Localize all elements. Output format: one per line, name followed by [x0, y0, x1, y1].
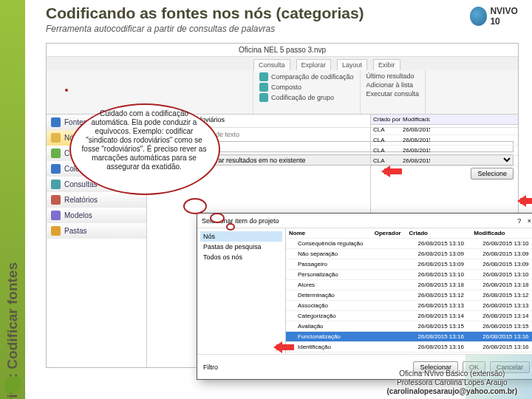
- node-icon: [51, 133, 61, 143]
- folder-icon: [51, 117, 61, 127]
- report-icon: [51, 195, 61, 205]
- table-row[interactable]: CLA26/08/2015 13:14: [371, 156, 518, 166]
- nav-item-modelos[interactable]: Modelos: [47, 208, 146, 223]
- slide-title: Codificando as fontes nos nós (categoria…: [46, 4, 525, 22]
- logo-text: NVIVO 10: [490, 6, 526, 27]
- table-row[interactable]: CLA26/08/2015 13:14: [371, 135, 518, 146]
- collection-icon: [51, 164, 61, 174]
- ribbon-tab[interactable]: Exibir: [373, 59, 400, 70]
- table-row[interactable]: CLA26/08/2015 13:14: [371, 125, 518, 135]
- dialog-nav-item[interactable]: Pastas de pesquisa: [200, 242, 282, 252]
- window-titlebar: Oficina NEL 5 passo 3.nvp: [47, 44, 518, 57]
- footer-line: Professora Carolina Lopes Araujo: [387, 378, 517, 387]
- ribbon-group-actions: Último resultado Adicionar à lista Execu…: [361, 70, 426, 114]
- col-created: Criado: [406, 228, 471, 239]
- dialog-list[interactable]: Nome Operador Criado Modificado Consequê…: [286, 228, 532, 354]
- model-icon: [51, 211, 61, 220]
- ribbon-item[interactable]: Composto: [259, 83, 354, 92]
- dialog-row[interactable]: Identificação26/08/2015 13:1626/08/2015 …: [286, 342, 532, 352]
- dialog-row[interactable]: Personalização26/08/2015 13:1026/08/2015…: [286, 270, 532, 280]
- nav-item-pastas[interactable]: Pastas: [47, 223, 146, 239]
- dialog-row[interactable]: Funcionalização26/08/2015 13:1626/08/201…: [286, 332, 532, 342]
- arrow-indicator-icon: [267, 341, 294, 353]
- leaf-icon: [4, 377, 21, 393]
- class-icon: [51, 149, 61, 158]
- close-icon[interactable]: ×: [528, 217, 531, 225]
- ribbon-item[interactable]: Codificação de grupo: [259, 93, 354, 102]
- dialog-nav: Nós Pastas de pesquisa Todos os nós: [197, 228, 286, 354]
- dialog-row[interactable]: Determinação26/08/2015 13:1226/08/2015 1…: [286, 290, 532, 301]
- slide-sidebar: Nvivo: Codificar fontes: [0, 0, 25, 399]
- ribbon-item[interactable]: Adicionar à lista: [366, 81, 420, 89]
- ribbon-item[interactable]: Executar consulta: [366, 90, 420, 98]
- slide-header: Codificando as fontes nos nós (categoria…: [25, 0, 532, 37]
- folder2-icon: [51, 226, 61, 236]
- col-mod: Modificado: [471, 228, 532, 239]
- dialog-row[interactable]: Não separação26/08/2015 13:0926/08/2015 …: [286, 249, 532, 259]
- dialog-row[interactable]: Passageiro26/08/2015 13:0926/08/2015 13:…: [286, 259, 532, 270]
- ribbon-tab[interactable]: Consulta: [253, 59, 290, 70]
- nvivo-logo: NVIVO 10: [470, 4, 526, 28]
- ribbon-tab[interactable]: Layout: [337, 59, 367, 70]
- dialog-row[interactable]: Avaliação26/08/2015 13:1526/08/2015 13:1…: [286, 321, 532, 332]
- footer-email: (carolinalopesaraujo@yahoo.com.br): [387, 387, 517, 396]
- slide-content: Codificando as fontes nos nós (categoria…: [25, 0, 532, 399]
- footer-line: Oficina NVivo Básico (extensão): [387, 369, 517, 378]
- dialog-row[interactable]: Consequência regulação26/08/2015 13:1026…: [286, 239, 532, 249]
- dialog-nav-item[interactable]: Todos os nós: [200, 252, 282, 262]
- arrow-indicator-icon: [511, 195, 532, 207]
- filter-label: Filtro: [203, 364, 218, 371]
- col-name: Nome: [286, 228, 372, 239]
- ribbon-group-query: Comparação de codificação Composto Codif…: [253, 70, 361, 114]
- dialog-nav-item[interactable]: Nós: [200, 231, 282, 242]
- compare-icon: [259, 72, 268, 81]
- nav-label: Modelos: [64, 211, 92, 219]
- dialog-row[interactable]: Atores26/08/2015 13:1826/08/2015 13:18: [286, 280, 532, 290]
- help-icon[interactable]: ?: [517, 217, 521, 225]
- group-coding-icon: [259, 93, 268, 102]
- nav-label: Pastas: [64, 227, 87, 235]
- dialog-row[interactable]: Associação26/08/2015 13:1326/08/2015 13:…: [286, 301, 532, 311]
- table-header: Criado por Modificado em: [371, 115, 518, 125]
- ribbon-tabs: Consulta Explorar Layout Exibir: [47, 57, 518, 70]
- ribbon-item[interactable]: Comparação de codificação: [259, 72, 354, 81]
- callout-text: Cuidado com a codificação automática. El…: [80, 109, 208, 171]
- dialog-titlebar: Selecionar item do projeto ? ×: [197, 214, 532, 228]
- slide-footer: Oficina NVivo Básico (extensão) Professo…: [387, 369, 517, 396]
- logo-ball-icon: [470, 7, 487, 26]
- table-row[interactable]: CLA26/08/2015 13:14: [371, 146, 518, 156]
- compound-icon: [259, 83, 268, 92]
- col-op: Operador: [372, 228, 406, 239]
- dialog-row[interactable]: Categorização26/08/2015 13:1426/08/2015 …: [286, 311, 532, 321]
- ribbon-item[interactable]: Último resultado: [366, 72, 420, 80]
- slide-subtitle: Ferramenta autocodificar a partir de con…: [46, 24, 525, 34]
- warning-callout: Cuidado com a codificação automática. El…: [65, 89, 223, 207]
- query-icon: [51, 180, 61, 189]
- ribbon-tab[interactable]: Explorar: [296, 59, 332, 70]
- arrow-indicator-icon: [375, 166, 402, 177]
